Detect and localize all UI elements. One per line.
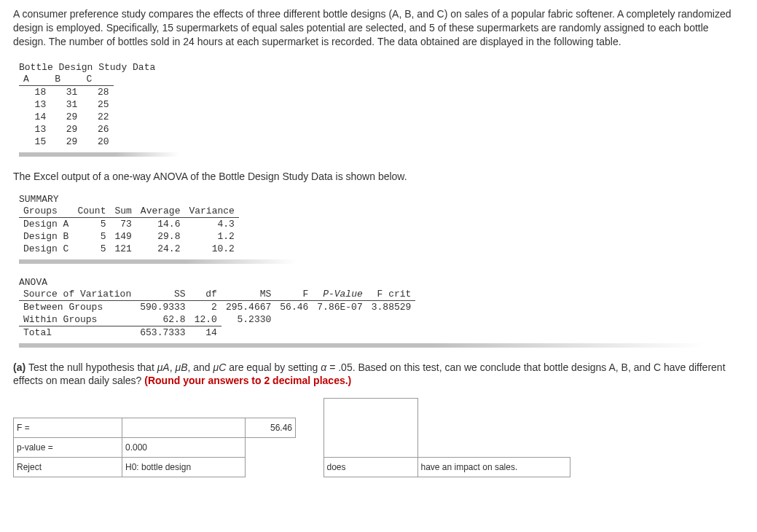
p-input[interactable]: 0.000 — [122, 437, 246, 457]
data-table: Bottle Design Study Data A B C 18 31 28 … — [19, 62, 742, 157]
col-c: C — [82, 73, 113, 86]
col-a: A — [19, 73, 50, 86]
col-b: B — [50, 73, 82, 86]
answer-grid: F = 56.46 p-value = 0.000 Reject H0: bot… — [13, 398, 742, 477]
summary-title: SUMMARY — [19, 194, 742, 205]
f-value[interactable]: 56.46 — [246, 418, 296, 437]
does-cell[interactable]: does — [323, 457, 417, 477]
h0-cell: H0: bottle design — [122, 457, 246, 477]
p-label: p-value = — [14, 437, 122, 457]
anova-intro: The Excel output of a one-way ANOVA of t… — [13, 170, 742, 184]
f-label: F = — [14, 418, 122, 437]
anova-title: ANOVA — [19, 277, 742, 288]
divider — [19, 152, 179, 157]
part-a-question: (a) Test the null hypothesis that μA, μB… — [13, 361, 742, 388]
divider — [19, 343, 704, 348]
problem-statement: A consumer preference study compares the… — [13, 7, 742, 49]
impact-cell: have an impact on sales. — [417, 457, 570, 477]
decision-cell[interactable]: Reject — [14, 457, 122, 477]
anova-table: ANOVA Source of Variation SS df MS F P-V… — [19, 277, 742, 348]
data-table-title: Bottle Design Study Data — [19, 62, 742, 73]
divider — [19, 259, 296, 264]
summary-table: SUMMARY Groups Count Sum Average Varianc… — [19, 194, 742, 264]
f-input[interactable] — [122, 418, 246, 437]
